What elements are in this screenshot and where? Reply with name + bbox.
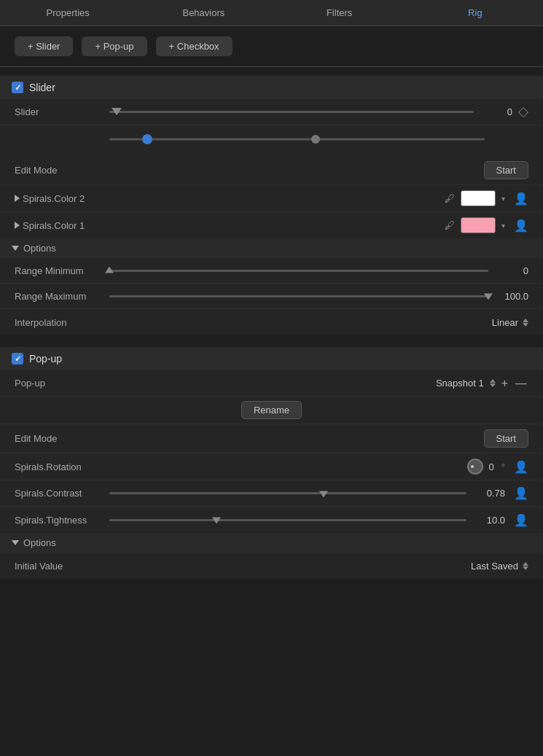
- range-max-row: Range Maximum 100.0: [0, 284, 543, 309]
- slider-options-header[interactable]: Options: [0, 238, 543, 258]
- tab-properties[interactable]: Properties: [0, 0, 136, 26]
- expand-color1-arrow[interactable]: [15, 222, 20, 229]
- interpolation-stepper[interactable]: [523, 319, 528, 327]
- popup-main-row: Pop-up Snapshot 1 + —: [0, 370, 543, 397]
- contrast-slider-track[interactable]: [109, 486, 466, 501]
- popup-options-arrow: [12, 540, 19, 545]
- slider-section-body: Slider 0 Edit Mode Start: [0, 99, 543, 238]
- contrast-value: 0.78: [472, 488, 505, 499]
- tightness-value: 10.0: [472, 515, 505, 526]
- range-min-value: 0: [488, 265, 528, 276]
- color2-chevron-icon[interactable]: ▾: [501, 195, 505, 203]
- add-slider-button[interactable]: + Slider: [15, 36, 73, 56]
- slider-handle-blue[interactable]: [142, 134, 152, 144]
- spirals-contrast-label: Spirals.Contrast: [15, 488, 109, 499]
- initial-value-stepper[interactable]: [523, 562, 528, 570]
- initial-value-label: Initial Value: [15, 561, 109, 572]
- slider-main-content: 0: [109, 105, 528, 120]
- popup-checkbox[interactable]: [12, 353, 23, 365]
- initial-value-select[interactable]: Last Saved: [471, 561, 528, 572]
- rotation-value: 0: [489, 461, 494, 472]
- slider-label: Slider: [15, 106, 109, 117]
- spirals-contrast-content: 0.78 👤: [109, 486, 528, 501]
- snapshot-label: Snapshot 1: [436, 378, 484, 389]
- tab-rig[interactable]: Rig: [407, 0, 543, 26]
- interpolation-row: Interpolation Linear: [0, 309, 543, 335]
- tab-bar: Properties Behaviors Filters Rig: [0, 0, 543, 26]
- slider-options-body: Range Minimum 0 Range Maximum 100.0 Inte…: [0, 258, 543, 335]
- edit-mode-slider-row: Edit Mode Start: [0, 156, 543, 185]
- spirals-tightness-content: 10.0 👤: [109, 513, 528, 527]
- slider-handle-gray[interactable]: [311, 135, 320, 144]
- color1-swatch[interactable]: [461, 217, 496, 233]
- eyedropper-color2-icon[interactable]: 🖋: [445, 192, 455, 204]
- eyedropper-color1-icon[interactable]: 🖋: [445, 219, 455, 231]
- spirals-tightness-label: Spirals.Tightness: [15, 515, 109, 526]
- slider-main-row: Slider 0: [0, 99, 543, 125]
- slider-section-header: Slider: [0, 76, 543, 99]
- range-max-label: Range Maximum: [15, 291, 109, 302]
- edit-mode-popup-start-button[interactable]: Start: [484, 429, 528, 448]
- spirals-color1-row: Spirals.Color 1 🖋 ▾ 👤: [0, 212, 543, 238]
- diamond-icon: [518, 107, 528, 117]
- interpolation-label: Interpolation: [15, 317, 109, 328]
- spirals-color1-label: Spirals.Color 1: [23, 220, 85, 231]
- popup-options-header[interactable]: Options: [0, 533, 543, 553]
- range-max-value: 100.0: [488, 291, 528, 302]
- person-color2-icon: 👤: [514, 192, 528, 206]
- popup-remove-icon[interactable]: —: [514, 377, 528, 390]
- expand-color2-arrow[interactable]: [15, 195, 20, 202]
- popup-section-body: Pop-up Snapshot 1 + — Rename Edit Mode S…: [0, 370, 543, 533]
- range-min-row: Range Minimum 0: [0, 258, 543, 284]
- knob-dot: [471, 465, 474, 468]
- separator: [0, 66, 543, 67]
- slider-track[interactable]: [109, 105, 474, 120]
- add-buttons-row: + Slider + Pop-up + Checkbox: [0, 26, 543, 66]
- rename-row: Rename: [0, 397, 543, 424]
- snapshot-stepper[interactable]: [490, 379, 496, 387]
- interpolation-select[interactable]: Linear: [492, 317, 528, 328]
- tightness-slider-track[interactable]: [109, 513, 466, 527]
- slider-options-title: Options: [23, 243, 56, 254]
- popup-label: Pop-up: [15, 378, 109, 389]
- spirals-rotation-row: Spirals.Rotation 0 ° 👤: [0, 453, 543, 480]
- dual-slider-track[interactable]: [109, 128, 485, 150]
- color2-swatch[interactable]: [461, 190, 496, 206]
- slider-checkbox[interactable]: [12, 82, 23, 93]
- spirals-color2-label: Spirals.Color 2: [23, 193, 85, 204]
- popup-add-icon[interactable]: +: [500, 377, 509, 390]
- popup-value-group: Snapshot 1 + —: [436, 377, 528, 390]
- interpolation-value: Linear: [492, 317, 518, 328]
- person-rotation-icon: 👤: [514, 460, 528, 474]
- edit-mode-slider-start-button[interactable]: Start: [484, 161, 528, 179]
- popup-section-header: Pop-up: [0, 347, 543, 370]
- dual-slider-row: [0, 125, 543, 156]
- tab-filters[interactable]: Filters: [272, 0, 407, 26]
- initial-value-row: Initial Value Last Saved: [0, 553, 543, 579]
- initial-value-value: Last Saved: [471, 561, 518, 572]
- popup-main-content: Snapshot 1 + —: [109, 377, 528, 390]
- edit-mode-popup-row: Edit Mode Start: [0, 424, 543, 453]
- section-gap-1: [0, 335, 543, 347]
- spirals-rotation-content: 0 ° 👤: [109, 459, 528, 475]
- add-popup-button[interactable]: + Pop-up: [82, 36, 147, 56]
- edit-mode-popup-label: Edit Mode: [15, 433, 109, 444]
- slider-value: 0: [480, 106, 512, 117]
- spirals-contrast-row: Spirals.Contrast 0.78 👤: [0, 480, 543, 507]
- spirals-color1-content: 🖋 ▾ 👤: [109, 217, 528, 233]
- range-max-slider[interactable]: [109, 289, 488, 303]
- tab-behaviors[interactable]: Behaviors: [136, 0, 271, 26]
- add-checkbox-button[interactable]: + Checkbox: [156, 36, 233, 56]
- spirals-rotation-label: Spirals.Rotation: [15, 461, 109, 472]
- rotation-knob[interactable]: [467, 459, 483, 475]
- range-min-slider[interactable]: [109, 263, 488, 278]
- rename-button[interactable]: Rename: [241, 401, 302, 419]
- popup-options-body: Initial Value Last Saved: [0, 553, 543, 579]
- interpolation-content: Linear: [109, 317, 528, 328]
- slider-options-arrow: [12, 246, 19, 251]
- initial-value-content: Last Saved: [109, 561, 528, 572]
- edit-mode-slider-content: Start: [109, 161, 528, 179]
- range-min-label: Range Minimum: [15, 265, 109, 276]
- color1-chevron-icon[interactable]: ▾: [501, 222, 505, 230]
- spirals-tightness-row: Spirals.Tightness 10.0 👤: [0, 507, 543, 533]
